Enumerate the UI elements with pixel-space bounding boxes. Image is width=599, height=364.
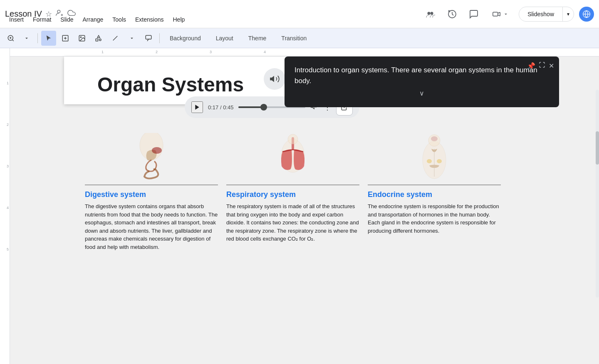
zoom-button[interactable] — [3, 31, 18, 46]
audio-time: 0:17 / 0:45 — [208, 104, 233, 111]
organ-desc-respiratory: The respiratory system is made of all of… — [226, 202, 359, 243]
menu-arrange[interactable]: Arrange — [79, 15, 108, 25]
canvas-area: 1 2 3 4 📌 ✕ Introduction to organ system… — [10, 48, 599, 364]
menu-insert[interactable]: Insert — [5, 15, 28, 25]
collaborators-button[interactable] — [422, 6, 439, 22]
line-dropdown[interactable] — [124, 31, 139, 46]
slideshow-dropdown-arrow[interactable]: ▾ — [563, 7, 574, 21]
title-right: Slideshow ▾ — [422, 6, 594, 22]
organ-image-endocrine — [368, 131, 501, 185]
slideshow-button[interactable]: Slideshow ▾ — [519, 7, 574, 22]
svg-point-17 — [152, 147, 162, 154]
organ-title-digestive: Digestive system — [85, 190, 218, 199]
svg-point-10 — [99, 39, 101, 41]
toolbar: Background Layout Theme Transition — [0, 28, 599, 48]
globe-button[interactable] — [579, 7, 594, 22]
tooltip-text: Introduction to organ systems. There are… — [295, 65, 549, 86]
svg-point-23 — [431, 136, 438, 141]
title-bar: Lesson IV ☆ Insert Format Slide Arrange … — [0, 0, 599, 28]
menu-tools[interactable]: Tools — [108, 15, 130, 25]
ruler-mark-3: 3 — [7, 165, 9, 168]
svg-rect-11 — [96, 39, 98, 41]
zoom-group — [3, 31, 34, 46]
ruler-mark-4: 4 — [7, 206, 9, 210]
audio-icon-button[interactable] — [264, 68, 285, 90]
pin-icon[interactable]: 📌 — [527, 62, 535, 70]
svg-point-20 — [288, 134, 298, 144]
organ-desc-endocrine: The endocrine system is responsible for … — [368, 202, 501, 235]
slideshow-label[interactable]: Slideshow — [519, 7, 563, 21]
textbox-tool[interactable] — [58, 31, 73, 46]
audio-current-time: 0:17 — [208, 104, 218, 111]
comment-tool[interactable] — [141, 31, 156, 46]
svg-point-24 — [427, 159, 432, 163]
background-btn[interactable]: Background — [163, 31, 208, 46]
tooltip-chevron[interactable]: ∨ — [295, 89, 549, 97]
slide-paper: 📌 ✕ Introduction to organ systems. There… — [64, 57, 522, 104]
svg-point-0 — [57, 10, 60, 13]
svg-rect-12 — [146, 35, 151, 39]
h-ruler-4: 4 — [264, 50, 266, 54]
expand-icon[interactable] — [539, 61, 545, 70]
audio-progress-thumb — [260, 104, 267, 111]
svg-point-1 — [428, 12, 431, 15]
organ-card-digestive: Digestive system The digestive system co… — [85, 131, 218, 251]
svg-marker-13 — [195, 105, 199, 110]
vertical-ruler: 1 2 3 4 5 — [0, 48, 10, 364]
organ-card-endocrine: Endocrine system The endocrine system is… — [368, 131, 501, 251]
comments-button[interactable] — [465, 6, 482, 22]
main-area: 1 2 3 4 5 1 2 3 4 📌 — [0, 48, 599, 364]
menu-help[interactable]: Help — [168, 15, 189, 25]
respiratory-svg — [274, 133, 312, 183]
organ-title-respiratory: Respiratory system — [226, 190, 359, 199]
audio-total-time: 0:45 — [223, 104, 233, 111]
divider-1 — [37, 33, 38, 43]
close-icon[interactable]: ✕ — [549, 62, 554, 70]
scrollbar-thumb[interactable] — [596, 131, 599, 165]
ruler-mark-5: 5 — [7, 248, 9, 251]
image-tool[interactable] — [74, 31, 89, 46]
menu-bar: Insert Format Slide Arrange Tools Extens… — [5, 15, 189, 25]
history-button[interactable] — [444, 6, 460, 22]
select-tool[interactable] — [41, 31, 56, 46]
svg-point-2 — [431, 12, 433, 15]
h-ruler-2: 2 — [156, 50, 158, 54]
zoom-dropdown[interactable] — [19, 31, 34, 46]
meet-button[interactable] — [487, 7, 514, 22]
transition-btn[interactable]: Transition — [275, 31, 313, 46]
h-ruler-1: 1 — [101, 50, 104, 54]
svg-point-25 — [437, 159, 442, 163]
shapes-tool[interactable] — [91, 31, 106, 46]
digestive-svg — [133, 133, 170, 183]
menu-extensions[interactable]: Extensions — [131, 15, 168, 25]
organ-card-respiratory: Respiratory system The respiratory syste… — [226, 131, 359, 251]
menu-slide[interactable]: Slide — [56, 15, 77, 25]
tooltip-icons: 📌 ✕ — [527, 61, 554, 70]
organs-grid: Digestive system The digestive system co… — [85, 131, 501, 251]
organ-title-endocrine: Endocrine system — [368, 190, 501, 199]
organ-image-respiratory — [226, 131, 359, 185]
svg-point-9 — [80, 37, 81, 37]
layout-btn[interactable]: Layout — [209, 31, 240, 46]
menu-format[interactable]: Format — [29, 15, 55, 25]
svg-rect-4 — [493, 12, 498, 16]
ruler-mark-2: 2 — [7, 123, 9, 127]
theme-btn[interactable]: Theme — [242, 31, 273, 46]
horizontal-ruler: 1 2 3 4 — [10, 48, 599, 57]
audio-play-button[interactable] — [191, 101, 203, 113]
organ-image-digestive — [85, 131, 218, 185]
ruler-mark-1: 1 — [7, 81, 9, 85]
endocrine-svg — [416, 133, 453, 183]
scrollbar-track — [596, 90, 599, 298]
h-ruler-3: 3 — [210, 50, 212, 54]
audio-progress-fill — [238, 106, 264, 108]
line-tool[interactable] — [108, 31, 123, 46]
tooltip-bubble: 📌 ✕ Introduction to organ systems. There… — [285, 57, 559, 107]
organ-desc-digestive: The digestive system contains organs tha… — [85, 202, 218, 251]
divider-2 — [159, 33, 160, 43]
